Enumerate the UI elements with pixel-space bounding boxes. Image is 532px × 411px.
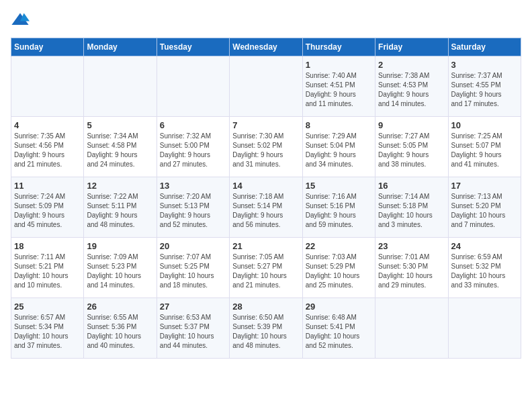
day-number: 20 (160, 241, 226, 251)
calendar-cell: 29Sunrise: 6:48 AM Sunset: 5:41 PM Dayli… (302, 298, 375, 359)
calendar-cell: 16Sunrise: 7:14 AM Sunset: 5:18 PM Dayli… (375, 177, 448, 238)
logo (11, 11, 32, 30)
calendar-cell: 10Sunrise: 7:25 AM Sunset: 5:07 PM Dayli… (448, 117, 521, 177)
calendar-cell: 7Sunrise: 7:30 AM Sunset: 5:02 PM Daylig… (230, 117, 302, 177)
day-number: 17 (451, 181, 518, 191)
calendar-cell (84, 56, 157, 117)
day-info: Sunrise: 7:07 AM Sunset: 5:25 PM Dayligh… (160, 253, 226, 290)
calendar-cell: 20Sunrise: 7:07 AM Sunset: 5:25 PM Dayli… (157, 238, 229, 298)
header-thursday: Thursday (302, 38, 375, 56)
day-number: 12 (87, 181, 153, 191)
day-info: Sunrise: 7:14 AM Sunset: 5:18 PM Dayligh… (378, 192, 445, 230)
calendar-cell (157, 56, 229, 117)
calendar-cell: 17Sunrise: 7:13 AM Sunset: 5:20 PM Dayli… (448, 177, 521, 238)
day-info: Sunrise: 7:18 AM Sunset: 5:14 PM Dayligh… (232, 192, 299, 230)
calendar-cell: 23Sunrise: 7:01 AM Sunset: 5:30 PM Dayli… (375, 238, 448, 298)
day-number: 10 (451, 120, 518, 130)
day-info: Sunrise: 7:32 AM Sunset: 5:00 PM Dayligh… (160, 132, 226, 169)
day-number: 16 (378, 181, 445, 191)
day-info: Sunrise: 7:03 AM Sunset: 5:29 PM Dayligh… (306, 253, 372, 290)
header-wednesday: Wednesday (230, 38, 302, 56)
day-info: Sunrise: 7:11 AM Sunset: 5:21 PM Dayligh… (14, 253, 81, 290)
day-info: Sunrise: 7:34 AM Sunset: 4:58 PM Dayligh… (87, 132, 153, 169)
day-info: Sunrise: 7:30 AM Sunset: 5:02 PM Dayligh… (232, 132, 299, 169)
calendar-cell: 13Sunrise: 7:20 AM Sunset: 5:13 PM Dayli… (157, 177, 229, 238)
week-row-2: 4Sunrise: 7:35 AM Sunset: 4:56 PM Daylig… (11, 117, 521, 177)
day-info: Sunrise: 6:50 AM Sunset: 5:39 PM Dayligh… (232, 313, 299, 351)
header-friday: Friday (375, 38, 448, 56)
calendar-cell: 2Sunrise: 7:38 AM Sunset: 4:53 PM Daylig… (375, 56, 448, 117)
page-header (11, 11, 521, 30)
week-row-1: 1Sunrise: 7:40 AM Sunset: 4:51 PM Daylig… (11, 56, 521, 117)
day-number: 6 (160, 120, 226, 130)
calendar-cell (230, 56, 302, 117)
day-info: Sunrise: 7:05 AM Sunset: 5:27 PM Dayligh… (232, 253, 299, 290)
calendar-cell: 19Sunrise: 7:09 AM Sunset: 5:23 PM Dayli… (84, 238, 157, 298)
calendar-cell: 22Sunrise: 7:03 AM Sunset: 5:29 PM Dayli… (302, 238, 375, 298)
day-info: Sunrise: 7:35 AM Sunset: 4:56 PM Dayligh… (14, 132, 81, 169)
week-row-3: 11Sunrise: 7:24 AM Sunset: 5:09 PM Dayli… (11, 177, 521, 238)
day-number: 28 (232, 302, 299, 312)
calendar-cell: 1Sunrise: 7:40 AM Sunset: 4:51 PM Daylig… (302, 56, 375, 117)
calendar-table: SundayMondayTuesdayWednesdayThursdayFrid… (11, 38, 521, 359)
day-number: 25 (14, 302, 81, 312)
day-number: 11 (14, 181, 81, 191)
day-number: 3 (451, 60, 518, 70)
calendar-cell: 6Sunrise: 7:32 AM Sunset: 5:00 PM Daylig… (157, 117, 229, 177)
calendar-cell: 11Sunrise: 7:24 AM Sunset: 5:09 PM Dayli… (11, 177, 84, 238)
calendar-cell: 12Sunrise: 7:22 AM Sunset: 5:11 PM Dayli… (84, 177, 157, 238)
calendar-cell (375, 298, 448, 359)
day-info: Sunrise: 6:55 AM Sunset: 5:36 PM Dayligh… (87, 313, 153, 351)
calendar-cell: 25Sunrise: 6:57 AM Sunset: 5:34 PM Dayli… (11, 298, 84, 359)
calendar-cell: 5Sunrise: 7:34 AM Sunset: 4:58 PM Daylig… (84, 117, 157, 177)
day-number: 24 (451, 241, 518, 251)
day-number: 22 (306, 241, 372, 251)
day-number: 13 (160, 181, 226, 191)
calendar-cell: 28Sunrise: 6:50 AM Sunset: 5:39 PM Dayli… (230, 298, 302, 359)
calendar-cell: 21Sunrise: 7:05 AM Sunset: 5:27 PM Dayli… (230, 238, 302, 298)
day-number: 2 (378, 60, 445, 70)
day-number: 19 (87, 241, 153, 251)
day-number: 7 (232, 120, 299, 130)
calendar-cell: 14Sunrise: 7:18 AM Sunset: 5:14 PM Dayli… (230, 177, 302, 238)
day-info: Sunrise: 7:22 AM Sunset: 5:11 PM Dayligh… (87, 192, 153, 230)
day-info: Sunrise: 6:53 AM Sunset: 5:37 PM Dayligh… (160, 313, 226, 351)
day-info: Sunrise: 7:24 AM Sunset: 5:09 PM Dayligh… (14, 192, 81, 230)
day-info: Sunrise: 7:13 AM Sunset: 5:20 PM Dayligh… (451, 192, 518, 230)
day-info: Sunrise: 7:20 AM Sunset: 5:13 PM Dayligh… (160, 192, 226, 230)
header-saturday: Saturday (448, 38, 521, 56)
calendar-cell: 15Sunrise: 7:16 AM Sunset: 5:16 PM Dayli… (302, 177, 375, 238)
day-info: Sunrise: 7:01 AM Sunset: 5:30 PM Dayligh… (378, 253, 445, 290)
day-info: Sunrise: 7:25 AM Sunset: 5:07 PM Dayligh… (451, 132, 518, 169)
day-info: Sunrise: 6:59 AM Sunset: 5:32 PM Dayligh… (451, 253, 518, 290)
day-number: 29 (306, 302, 372, 312)
header-monday: Monday (84, 38, 157, 56)
calendar-cell: 9Sunrise: 7:27 AM Sunset: 5:05 PM Daylig… (375, 117, 448, 177)
day-info: Sunrise: 7:27 AM Sunset: 5:05 PM Dayligh… (378, 132, 445, 169)
calendar-cell (448, 298, 521, 359)
day-info: Sunrise: 7:29 AM Sunset: 5:04 PM Dayligh… (306, 132, 372, 169)
day-number: 4 (14, 120, 81, 130)
week-row-5: 25Sunrise: 6:57 AM Sunset: 5:34 PM Dayli… (11, 298, 521, 359)
day-info: Sunrise: 7:16 AM Sunset: 5:16 PM Dayligh… (306, 192, 372, 230)
day-number: 14 (232, 181, 299, 191)
day-number: 15 (306, 181, 372, 191)
day-number: 9 (378, 120, 445, 130)
calendar-header-row: SundayMondayTuesdayWednesdayThursdayFrid… (11, 38, 521, 56)
calendar-cell: 18Sunrise: 7:11 AM Sunset: 5:21 PM Dayli… (11, 238, 84, 298)
logo-icon (11, 11, 30, 30)
day-info: Sunrise: 7:37 AM Sunset: 4:55 PM Dayligh… (451, 71, 518, 109)
day-info: Sunrise: 6:57 AM Sunset: 5:34 PM Dayligh… (14, 313, 81, 351)
calendar-cell (11, 56, 84, 117)
day-number: 8 (306, 120, 372, 130)
day-info: Sunrise: 7:40 AM Sunset: 4:51 PM Dayligh… (306, 71, 372, 109)
week-row-4: 18Sunrise: 7:11 AM Sunset: 5:21 PM Dayli… (11, 238, 521, 298)
day-number: 18 (14, 241, 81, 251)
calendar-cell: 4Sunrise: 7:35 AM Sunset: 4:56 PM Daylig… (11, 117, 84, 177)
calendar-cell: 24Sunrise: 6:59 AM Sunset: 5:32 PM Dayli… (448, 238, 521, 298)
day-number: 1 (306, 60, 372, 70)
calendar-cell: 8Sunrise: 7:29 AM Sunset: 5:04 PM Daylig… (302, 117, 375, 177)
day-info: Sunrise: 7:09 AM Sunset: 5:23 PM Dayligh… (87, 253, 153, 290)
day-number: 21 (232, 241, 299, 251)
day-number: 23 (378, 241, 445, 251)
